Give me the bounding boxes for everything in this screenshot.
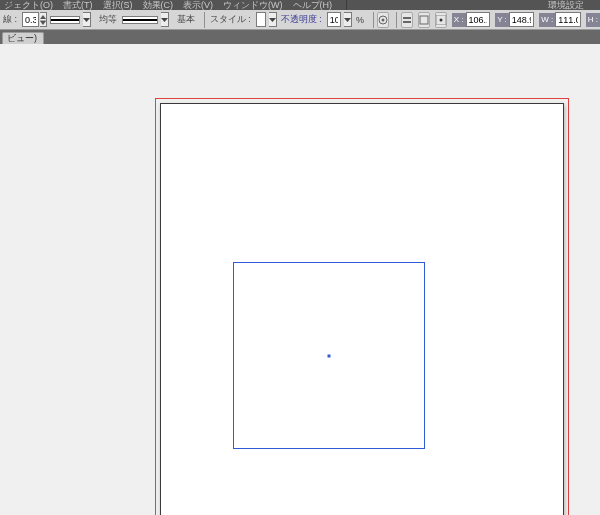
document-tab[interactable]: ビュー)	[2, 32, 44, 44]
menu-effect[interactable]: 効果(C)	[143, 0, 174, 10]
menu-select[interactable]: 選択(S)	[103, 0, 133, 10]
selection-center-icon	[328, 354, 331, 357]
svg-rect-8	[403, 17, 411, 19]
h-label: H :	[586, 13, 600, 27]
options-bar: 線 : 均等 基本 スタイル : 不透明度 : %	[0, 10, 600, 30]
svg-marker-1	[40, 21, 46, 25]
x-label: X :	[452, 13, 466, 27]
menu-view[interactable]: 表示(V)	[183, 0, 213, 10]
stroke-label: 線 :	[2, 12, 19, 28]
svg-marker-0	[40, 15, 46, 19]
menu-preferences[interactable]: 環境設定	[548, 0, 584, 10]
menu-help[interactable]: ヘルプ(H)	[293, 0, 333, 10]
svg-marker-5	[344, 18, 351, 22]
menu-type[interactable]: 書式(T)	[63, 0, 93, 10]
style-dropdown[interactable]	[269, 12, 277, 27]
svg-marker-3	[161, 18, 168, 22]
align-icon[interactable]	[401, 12, 413, 28]
canvas[interactable]	[0, 44, 600, 515]
opacity-field[interactable]	[327, 12, 341, 27]
uniform-label: 均等	[98, 12, 119, 28]
chevron-down-icon	[161, 18, 168, 22]
transform-panel-icon[interactable]	[418, 12, 430, 28]
stroke-weight-stepper[interactable]	[40, 12, 47, 27]
stroke-profile-preview[interactable]	[122, 16, 158, 24]
menu-window[interactable]: ウィンドウ(W)	[223, 0, 283, 10]
svg-marker-2	[83, 18, 90, 22]
stroke-weight-input[interactable]	[25, 15, 36, 25]
w-input[interactable]	[558, 15, 577, 25]
menubar: ジェクト(O) 書式(T) 選択(S) 効果(C) 表示(V) ウィンドウ(W)…	[0, 0, 600, 10]
style-swatch[interactable]	[256, 12, 266, 27]
opacity-input[interactable]	[330, 15, 338, 25]
document-tabstrip: ビュー)	[0, 30, 600, 44]
svg-rect-10	[420, 16, 428, 24]
y-input[interactable]	[512, 15, 531, 25]
menubar-divider	[346, 0, 347, 10]
stroke-weight-field[interactable]	[22, 12, 39, 27]
stroke-profile-dropdown[interactable]	[161, 12, 169, 27]
x-input[interactable]	[469, 15, 488, 25]
w-field[interactable]	[555, 12, 580, 27]
style-label: スタイル :	[209, 12, 253, 28]
y-field[interactable]	[509, 12, 534, 27]
menu-object[interactable]: ジェクト(O)	[4, 0, 53, 10]
chevron-down-icon	[83, 18, 90, 22]
svg-marker-4	[269, 18, 276, 22]
svg-rect-9	[403, 21, 411, 23]
chevron-down-icon	[344, 18, 351, 22]
svg-point-7	[382, 18, 385, 21]
stroke-dash-preview[interactable]	[50, 16, 80, 24]
opacity-label: 不透明度 :	[280, 12, 324, 28]
w-label: W :	[539, 13, 555, 27]
stroke-dash-dropdown[interactable]	[83, 12, 91, 27]
opacity-dropdown[interactable]	[344, 12, 352, 27]
svg-point-12	[439, 18, 442, 21]
profile-label: 基本	[176, 12, 197, 28]
chevron-down-icon	[269, 18, 276, 22]
reference-point-icon[interactable]	[435, 12, 447, 28]
opacity-unit: %	[355, 12, 366, 28]
y-label: Y :	[495, 13, 509, 27]
recolor-artwork-icon[interactable]	[377, 12, 389, 28]
x-field[interactable]	[466, 12, 491, 27]
stepper-down-icon[interactable]	[40, 20, 46, 26]
